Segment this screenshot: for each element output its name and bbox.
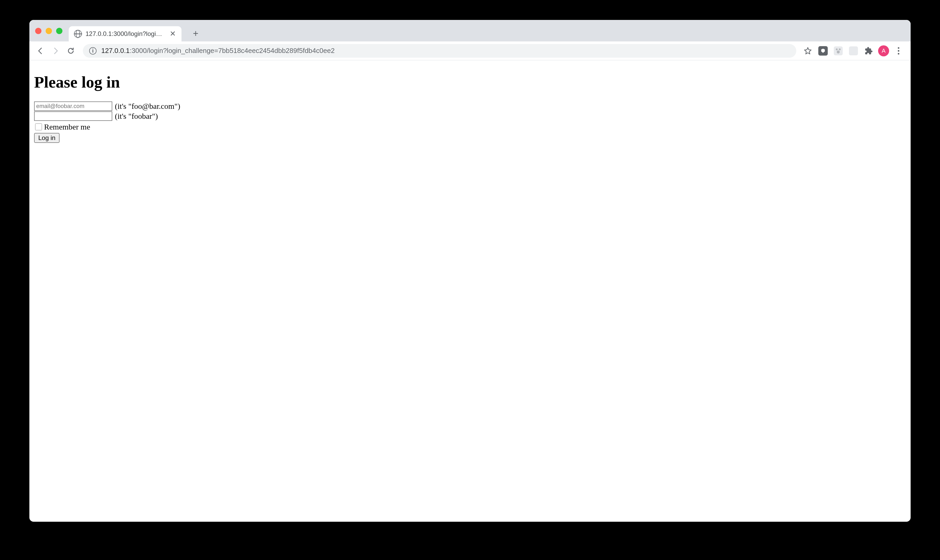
address-bar[interactable]: 127.0.0.1:3000/login?login_challenge=7bb… xyxy=(83,44,796,58)
email-hint: (it's "foo@bar.com") xyxy=(115,102,180,111)
password-hint: (it's "foobar") xyxy=(115,112,158,121)
window-close-button[interactable] xyxy=(35,28,42,34)
svg-point-2 xyxy=(837,50,840,53)
toolbar-right: A xyxy=(802,45,906,57)
remember-row: Remember me xyxy=(34,122,906,131)
browser-toolbar: 127.0.0.1:3000/login?login_challenge=7bb… xyxy=(29,42,911,60)
password-row: (it's "foobar") xyxy=(34,111,906,121)
browser-menu-button[interactable] xyxy=(893,45,905,57)
window-controls xyxy=(35,28,62,34)
email-row: (it's "foo@bar.com") xyxy=(34,102,906,111)
site-info-icon[interactable] xyxy=(89,47,97,55)
new-tab-button[interactable]: + xyxy=(189,27,202,40)
reload-button[interactable] xyxy=(65,45,77,57)
svg-point-1 xyxy=(839,48,841,50)
forward-button[interactable] xyxy=(49,45,62,57)
remember-label: Remember me xyxy=(44,122,90,131)
profile-avatar[interactable]: A xyxy=(878,45,889,56)
back-button[interactable] xyxy=(34,45,47,57)
url-path: :3000/login?login_challenge=7bb518c4eec2… xyxy=(129,47,334,55)
browser-tab[interactable]: 127.0.0.1:3000/login?login_ch… ✕ xyxy=(69,26,182,42)
browser-window: 127.0.0.1:3000/login?login_ch… ✕ + 127.0… xyxy=(29,20,911,522)
window-maximize-button[interactable] xyxy=(56,28,62,34)
password-input[interactable] xyxy=(34,111,112,121)
shield-extension-icon[interactable] xyxy=(817,45,829,57)
page-heading: Please log in xyxy=(34,73,906,91)
url-host: 127.0.0.1 xyxy=(101,47,129,55)
remember-checkbox[interactable] xyxy=(35,123,42,130)
tab-title: 127.0.0.1:3000/login?login_ch… xyxy=(85,30,165,37)
close-tab-button[interactable]: ✕ xyxy=(169,30,176,37)
extensions-puzzle-icon[interactable] xyxy=(863,45,874,57)
login-button[interactable]: Log in xyxy=(34,133,60,143)
bookmark-star-icon[interactable] xyxy=(802,45,814,57)
tab-strip: 127.0.0.1:3000/login?login_ch… ✕ + xyxy=(29,20,911,42)
url-text: 127.0.0.1:3000/login?login_challenge=7bb… xyxy=(101,47,335,55)
svg-point-0 xyxy=(836,48,838,50)
email-input[interactable] xyxy=(34,102,112,111)
globe-icon xyxy=(74,30,82,38)
page-body: Please log in (it's "foo@bar.com") (it's… xyxy=(29,60,911,148)
avatar-letter: A xyxy=(882,48,886,54)
extension-icon-2[interactable] xyxy=(848,45,859,57)
window-minimize-button[interactable] xyxy=(46,28,52,34)
extension-icon-1[interactable] xyxy=(832,45,844,57)
